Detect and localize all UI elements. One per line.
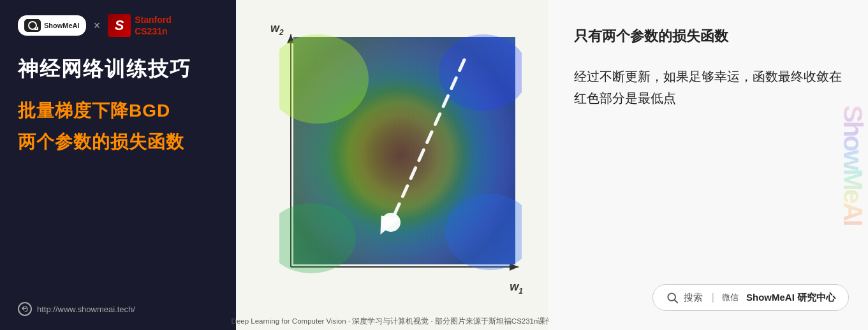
highlight-title2: 两个参数的损失函数 xyxy=(18,129,184,154)
showmeai-label: ShowMeAI xyxy=(44,22,80,29)
highlight-title1: 批量梯度下降BGD xyxy=(18,98,170,123)
stanford-text: Stanford CS231n xyxy=(135,14,172,37)
chart-panel: w2 w1 xyxy=(236,0,548,330)
description-block: 只有两个参数的损失函数 经过不断更新，如果足够幸运，函数最终收敛在红色部分是最低… xyxy=(574,25,849,109)
showmeai-icon xyxy=(24,19,41,32)
svg-point-15 xyxy=(382,213,400,231)
stanford-course: CS231n xyxy=(135,25,172,37)
search-icon xyxy=(666,291,679,304)
logo-bar: ShowMeAI × S Stanford CS231n xyxy=(18,14,172,37)
left-panel: ShowMeAI × S Stanford CS231n 神经网络训练技巧 批量… xyxy=(0,0,236,330)
description-text1: 只有两个参数的损失函数 xyxy=(574,25,849,47)
stanford-logo: S Stanford CS231n xyxy=(108,14,172,37)
watermark: ShowMeAI xyxy=(837,105,868,225)
brand-label: ShowMeAI 研究中心 xyxy=(746,292,835,304)
stanford-name: Stanford xyxy=(135,14,172,25)
wechat-text: 微信 xyxy=(722,292,739,303)
link-svg-icon xyxy=(21,305,29,313)
svg-line-17 xyxy=(675,300,678,303)
search-text: 搜索 xyxy=(684,292,703,304)
website-url: http://www.showmeai.tech/ xyxy=(37,305,135,314)
right-panel: 只有两个参数的损失函数 经过不断更新，如果足够幸运，函数最终收敛在红色部分是最低… xyxy=(548,0,868,330)
main-title: 神经网络训练技巧 xyxy=(18,56,191,83)
search-bar[interactable]: search-icon 搜索 | 微信 ShowMeAI 研究中心 xyxy=(652,284,849,311)
chart-container: w2 w1 xyxy=(261,22,529,296)
times-icon: × xyxy=(94,19,101,32)
website-link[interactable]: http://www.showmeai.tech/ xyxy=(18,302,135,316)
showmeai-logo: ShowMeAI xyxy=(18,15,86,36)
description-text2: 经过不断更新，如果足够幸运，函数最终收敛在红色部分是最低点 xyxy=(574,66,849,109)
stanford-s-icon: S xyxy=(108,14,131,37)
link-icon xyxy=(18,302,32,316)
loss-chart-svg xyxy=(279,34,522,283)
bottom-caption: Deep Learning for Computer Vision · 深度学习… xyxy=(232,317,554,326)
search-divider: | xyxy=(712,292,714,303)
